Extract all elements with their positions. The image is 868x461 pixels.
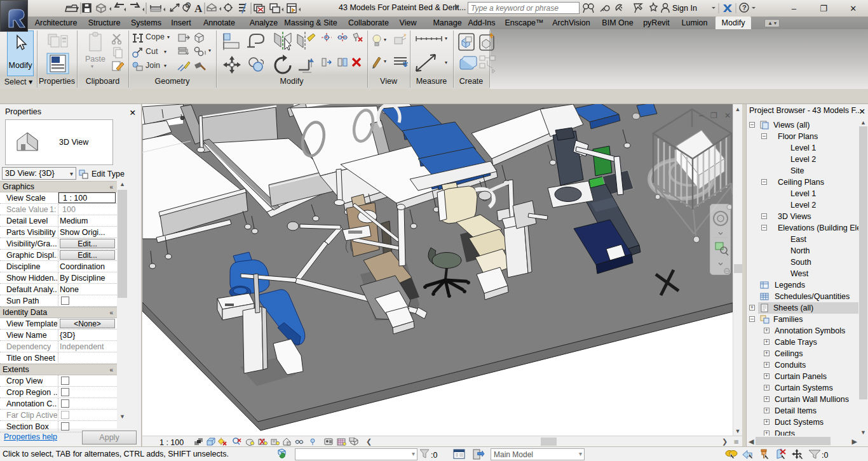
svg-text:Sign In: Sign In — [672, 4, 697, 13]
svg-text:?: ? — [742, 4, 747, 11]
svg-text:A: A — [194, 3, 203, 15]
svg-text::0: :0 — [822, 451, 828, 460]
svg-text:1: 1 — [187, 3, 189, 8]
svg-text::0: :0 — [431, 451, 437, 460]
